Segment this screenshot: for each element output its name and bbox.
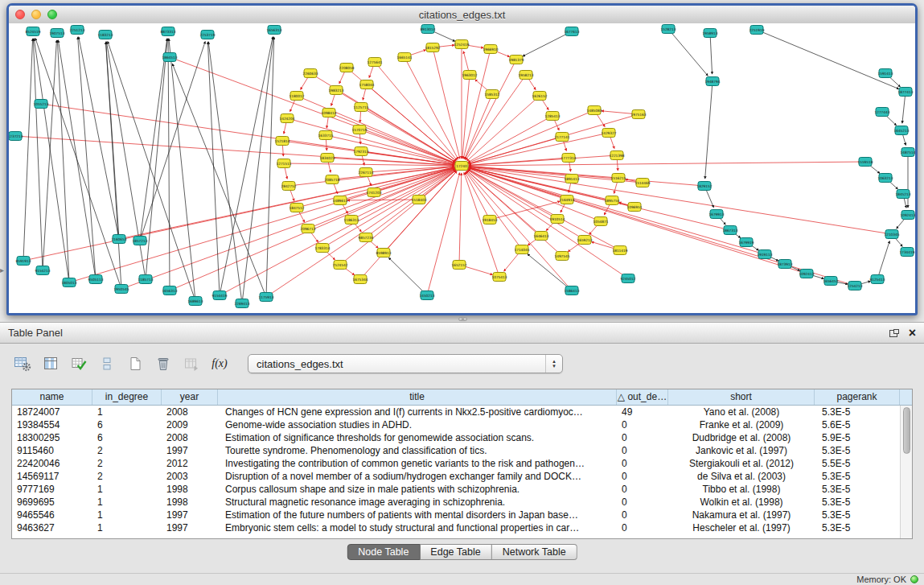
graph-node[interactable]: 1783314 — [314, 244, 330, 253]
graph-node[interactable]: 1714045 — [514, 245, 529, 254]
graph-edge[interactable] — [33, 39, 43, 270]
graph-node[interactable]: 1741203 — [366, 188, 381, 197]
graph-edge[interactable] — [367, 84, 456, 161]
graph-node[interactable]: 1652157 — [451, 261, 466, 270]
graph-node[interactable]: 1485083 — [586, 106, 602, 115]
table-row[interactable]: 946554611997Estimation of the future num… — [12, 509, 900, 521]
graph-node[interactable]: 1092413 — [799, 270, 814, 278]
collapsed-panel-arrow-icon[interactable]: ▸ — [0, 266, 4, 274]
graph-edge[interactable] — [710, 33, 713, 74]
graph-node[interactable]: 1777314 — [561, 154, 576, 163]
graph-edge[interactable] — [469, 133, 609, 164]
graph-node[interactable]: 1758044 — [359, 80, 374, 89]
graph-node[interactable]: 1075413 — [491, 273, 507, 282]
graph-node[interactable]: 8873313 — [160, 27, 175, 36]
graph-node[interactable]: 1792313 — [353, 147, 368, 156]
graph-node[interactable]: 1864513 — [162, 53, 177, 62]
graph-node[interactable]: 1559518 — [857, 158, 873, 167]
graph-edge[interactable] — [69, 168, 454, 282]
graph-node[interactable]: 1487514 — [900, 148, 915, 157]
graph-node[interactable]: 1098414 — [321, 109, 336, 117]
graph-edge[interactable] — [466, 171, 572, 290]
graph-node[interactable]: 1591413 — [877, 69, 893, 78]
graph-node[interactable]: 1175913 — [258, 293, 273, 302]
graph-edge[interactable] — [146, 39, 167, 279]
column-header-year[interactable]: year — [162, 389, 218, 405]
graph-edge[interactable] — [242, 37, 273, 303]
graph-node[interactable]: 1950545 — [113, 285, 129, 294]
graph-node[interactable]: 2177141 — [554, 133, 569, 142]
graph-edge[interactable] — [41, 104, 454, 165]
table-row[interactable]: 977716911998Corpus callosum shape and si… — [12, 483, 900, 496]
delete-table-button[interactable] — [152, 353, 175, 374]
graph-edge[interactable] — [467, 96, 540, 161]
graph-node[interactable]: 1891413 — [564, 175, 579, 183]
graph-node[interactable]: 1958213 — [518, 71, 533, 80]
graph-edge[interactable] — [705, 81, 713, 179]
graph-node[interactable]: 1586413 — [564, 286, 579, 295]
graph-node[interactable]: 1063213 — [877, 174, 893, 183]
graph-edge[interactable] — [106, 42, 119, 239]
graph-node[interactable]: 1646413 — [533, 232, 548, 241]
graph-node[interactable]: 1054871 — [593, 217, 608, 226]
graph-node[interactable]: 1847512 — [289, 204, 304, 212]
graph-node[interactable]: 1679919 — [738, 238, 754, 247]
graph-node[interactable]: 1659213 — [577, 236, 592, 245]
graph-edge[interactable] — [465, 94, 492, 159]
graph-node[interactable]: 1450213 — [419, 291, 434, 300]
graph-node[interactable]: 1489613 — [332, 196, 347, 205]
graph-node[interactable]: 2269413 — [234, 299, 249, 308]
graph-edge[interactable] — [405, 57, 458, 159]
graph-node[interactable]: 1183213 — [97, 31, 113, 39]
graph-node[interactable]: 2208058 — [339, 64, 354, 72]
graph-edge[interactable] — [140, 39, 167, 241]
graph-node[interactable]: 1185713 — [138, 275, 153, 284]
graph-node[interactable]: 1675344 — [352, 275, 368, 284]
graph-node[interactable]: 1585312 — [484, 90, 499, 99]
graph-edge[interactable] — [469, 167, 892, 234]
select-all-button[interactable] — [68, 353, 90, 374]
graph-node[interactable]: 1514469 — [634, 179, 650, 187]
graph-node[interactable]: 1907513 — [49, 29, 64, 38]
graph-node[interactable]: 1271511 — [276, 159, 291, 168]
graph-node[interactable]: 1805013 — [61, 278, 76, 287]
row-height-button[interactable] — [96, 353, 118, 374]
graph-node[interactable]: 1626152 — [532, 92, 547, 101]
window-titlebar[interactable]: citations_edges.txt — [9, 6, 915, 24]
graph-node[interactable]: 2160653 — [111, 235, 126, 244]
graph-node[interactable]: 1429327 — [601, 129, 616, 138]
graph-node[interactable]: 2260633 — [302, 69, 318, 78]
graph-node[interactable]: 1125715 — [353, 103, 368, 112]
graph-edge[interactable] — [757, 30, 899, 89]
graph-node[interactable]: 1873913 — [777, 260, 792, 269]
graph-node[interactable]: 1055213 — [33, 100, 48, 109]
graph-node[interactable]: 1677613 — [564, 27, 579, 36]
graph-node[interactable]: 1689613 — [187, 297, 203, 306]
graph-edge[interactable] — [220, 169, 455, 295]
graph-node[interactable]: 7524542 — [332, 261, 347, 270]
graph-node[interactable]: 1811419 — [612, 246, 627, 255]
graph-edge[interactable] — [43, 40, 56, 270]
graph-edge[interactable] — [388, 257, 427, 295]
graph-node[interactable]: 1285413 — [544, 112, 560, 121]
graph-edge[interactable] — [468, 110, 594, 163]
graph-node[interactable]: 1966910 — [483, 45, 498, 54]
network-canvas[interactable]: 1724022606331180012142420415218141271511… — [9, 23, 915, 313]
graph-edge[interactable] — [57, 40, 69, 282]
graph-edge[interactable] — [523, 31, 572, 56]
graph-node[interactable]: 1252419 — [454, 40, 469, 49]
graph-node[interactable]: 9505113 — [88, 275, 103, 284]
graph-node[interactable]: 1186313 — [343, 216, 359, 225]
column-header-in_degree[interactable]: in_degree — [92, 389, 162, 405]
table-row[interactable]: 2242004622012Investigating the contribut… — [12, 457, 900, 470]
graph-node[interactable]: 1919113 — [757, 250, 772, 259]
graph-node[interactable]: 9154213 — [35, 266, 50, 275]
graph-node[interactable]: 1857213 — [132, 237, 147, 245]
column-header-pagerank[interactable]: pagerank — [815, 389, 900, 405]
graph-node[interactable]: 1521814 — [274, 137, 290, 146]
graph-node[interactable]: 1180012 — [289, 92, 304, 101]
tab-network-table[interactable]: Network Table — [492, 544, 577, 560]
graph-node[interactable]: 1277443 — [874, 108, 889, 117]
column-header-title[interactable]: title — [218, 389, 617, 405]
table-row[interactable]: 911546021997Tourette syndrome. Phenomeno… — [12, 444, 900, 457]
